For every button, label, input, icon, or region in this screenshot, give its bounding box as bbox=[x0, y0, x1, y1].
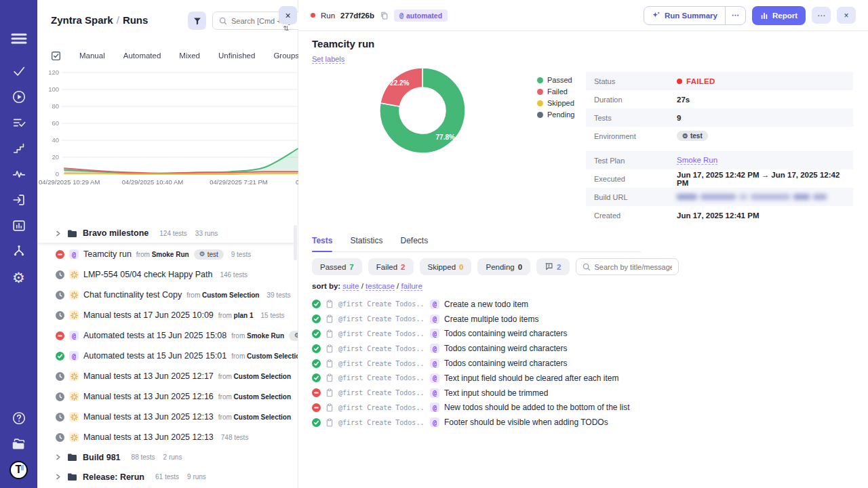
test-row[interactable]: @first Create Todos...@Text input field … bbox=[312, 371, 630, 386]
legend-item-passed[interactable]: Passed bbox=[537, 76, 574, 84]
sparkles-icon bbox=[652, 11, 660, 20]
runs-tab-automated[interactable]: Automated bbox=[123, 52, 161, 60]
milestone-name: Build 981 bbox=[83, 453, 121, 462]
run-row[interactable]: @Automated tests at 15 Jun 2025 15:08fro… bbox=[37, 325, 298, 346]
run-row[interactable]: @Teamcity runfrom Smoke Run⚙test9 tests bbox=[37, 244, 298, 264]
scrollbar-thumb[interactable] bbox=[294, 225, 297, 260]
tests-search-input[interactable] bbox=[595, 263, 672, 271]
milestone-row-build-981[interactable]: Build 98188 tests2 runs bbox=[37, 447, 298, 467]
copy-icon[interactable] bbox=[380, 11, 389, 20]
runs-tab-groups[interactable]: Groups bbox=[273, 52, 299, 60]
milestones-icon[interactable] bbox=[0, 136, 37, 161]
environment-badge: ⚙test bbox=[194, 249, 224, 260]
runs-tab-unfinished[interactable]: Unfinished bbox=[218, 52, 255, 60]
pulse-icon[interactable] bbox=[0, 161, 37, 187]
environment-badge[interactable]: ⚙test bbox=[677, 131, 708, 141]
test-plans-icon[interactable] bbox=[0, 110, 37, 136]
test-title: Todos containing weird characters bbox=[444, 359, 567, 368]
import-icon[interactable] bbox=[0, 187, 37, 213]
chevron-right-icon[interactable] bbox=[54, 473, 62, 481]
clipboard-icon bbox=[326, 329, 334, 338]
detail-row-executed: ExecutedJun 17, 2025 12:42 PM → Jun 17, … bbox=[586, 169, 853, 188]
run-row-title: Manual tests at 13 Jun 2025 12:13 bbox=[83, 432, 214, 442]
close-run-button[interactable]: × bbox=[837, 7, 856, 24]
detail-value: 9 bbox=[677, 114, 681, 122]
filter-failed[interactable]: Failed2 bbox=[368, 258, 414, 275]
panel-close-button[interactable]: × bbox=[279, 6, 297, 24]
sort-option-testcase[interactable]: testcase bbox=[366, 282, 395, 291]
test-row[interactable]: @first Create Todos...@Footer should be … bbox=[312, 415, 630, 430]
run-row[interactable]: Manual tests at 13 Jun 2025 12:13from Cu… bbox=[37, 407, 298, 427]
help-icon[interactable] bbox=[0, 405, 37, 431]
test-row[interactable]: @first Create Todos...@Create a new todo… bbox=[312, 297, 630, 312]
test-status-passed-icon bbox=[312, 344, 321, 353]
test-row[interactable]: @first Create Todos...@New todos should … bbox=[312, 401, 630, 415]
breadcrumb-separator: / bbox=[117, 14, 119, 26]
run-tab-statistics[interactable]: Statistics bbox=[350, 236, 382, 245]
test-plan-link[interactable]: Smoke Run bbox=[677, 156, 717, 165]
manual-icon bbox=[69, 270, 79, 279]
run-row[interactable]: Manual tests at 13 Jun 2025 12:13748 tes… bbox=[37, 427, 298, 447]
run-row[interactable]: Chat functinality test Copyfrom Custom S… bbox=[37, 285, 298, 305]
test-row[interactable]: @first Create Todos...@Todos containing … bbox=[312, 341, 630, 356]
test-suite: @first Create Todos... bbox=[338, 330, 425, 338]
milestone-row-bravo-milestone[interactable]: Bravo milestone124 tests33 runs bbox=[37, 224, 298, 243]
test-suite: @first Create Todos... bbox=[338, 419, 425, 426]
test-title: New todos should be added to the bottom … bbox=[444, 403, 630, 412]
test-row[interactable]: @first Create Todos...@Create multiple t… bbox=[312, 312, 630, 327]
run-row[interactable]: LMP-554 05/04 check Happy Path146 tests bbox=[37, 264, 298, 285]
runs-tab-mixed[interactable]: Mixed bbox=[179, 52, 200, 60]
run-summary-button[interactable]: Run Summary ⋯ bbox=[644, 6, 746, 25]
milestone-row-release-rerun[interactable]: Release: Rerun61 tests9 runs bbox=[37, 467, 298, 487]
chevron-right-icon[interactable] bbox=[54, 230, 62, 237]
run-tab-defects[interactable]: Defects bbox=[400, 236, 428, 245]
filter-skipped[interactable]: Skipped0 bbox=[420, 258, 472, 275]
sidebar-nav: ⚙ bbox=[0, 28, 37, 290]
run-row-title: Manual tests at 13 Jun 2025 12:17 bbox=[83, 371, 214, 381]
filter-passed[interactable]: Passed7 bbox=[312, 258, 362, 275]
sidebar-bottom: T bbox=[0, 405, 37, 483]
run-tab-tests[interactable]: Tests bbox=[312, 236, 332, 245]
filter-comments[interactable]: 2 bbox=[536, 258, 569, 275]
sort-toggle-icon[interactable]: ⇅ bbox=[283, 25, 294, 30]
tests-search[interactable] bbox=[576, 258, 679, 275]
testomat-logo: T bbox=[9, 461, 28, 479]
tests-icon[interactable] bbox=[0, 58, 37, 84]
run-row[interactable]: Manual tests at 13 Jun 2025 12:16from Cu… bbox=[37, 386, 298, 407]
set-labels-link[interactable]: Set labels bbox=[312, 55, 344, 64]
automated-icon: @ bbox=[69, 331, 79, 340]
legend-item-skipped[interactable]: Skipped bbox=[537, 99, 574, 107]
run-row-title: Automated tests at 15 Jun 2025 15:01 bbox=[83, 351, 226, 361]
legend-dot bbox=[537, 77, 543, 83]
branches-icon[interactable] bbox=[0, 239, 37, 264]
projects-icon[interactable] bbox=[0, 431, 37, 457]
select-runs-icon[interactable] bbox=[51, 51, 61, 61]
legend-item-pending[interactable]: Pending bbox=[537, 110, 574, 119]
settings-icon[interactable]: ⚙ bbox=[0, 264, 37, 290]
analytics-icon[interactable] bbox=[0, 213, 37, 239]
filter-pending[interactable]: Pending0 bbox=[477, 258, 530, 275]
sort-option-suite[interactable]: suite bbox=[342, 282, 359, 291]
chevron-right-icon[interactable] bbox=[54, 453, 62, 461]
run-summary-more-button[interactable]: ⋯ bbox=[725, 7, 745, 24]
run-row[interactable]: Manual tests at 17 Jun 2025 10:09from pl… bbox=[37, 305, 298, 325]
runs-tab-manual[interactable]: Manual bbox=[79, 52, 105, 60]
legend-item-failed[interactable]: Failed bbox=[537, 87, 574, 96]
menu-icon[interactable] bbox=[0, 28, 37, 49]
runs-icon[interactable] bbox=[0, 84, 37, 110]
run-row[interactable]: Manual tests at 13 Jun 2025 12:17from Cu… bbox=[37, 366, 298, 386]
breadcrumb-project[interactable]: Zyntra Spark bbox=[51, 14, 113, 26]
test-row[interactable]: @first Create Todos...@Todos containing … bbox=[312, 327, 630, 342]
sort-option-failure[interactable]: failure bbox=[401, 282, 422, 291]
test-row[interactable]: @first Create Todos...@Text input should… bbox=[312, 386, 630, 401]
report-button[interactable]: Report bbox=[752, 6, 806, 25]
run-row[interactable]: @Automated tests at 15 Jun 2025 15:01fro… bbox=[37, 346, 298, 366]
runs-filter-tabs: ManualAutomatedMixedUnfinishedGroups bbox=[51, 46, 298, 65]
filter-button[interactable] bbox=[188, 12, 206, 30]
logo-icon[interactable]: T bbox=[0, 457, 37, 483]
test-row[interactable]: @first Create Todos...@Todos containing … bbox=[312, 356, 630, 371]
status-passed-icon bbox=[56, 352, 64, 361]
detail-label: Duration bbox=[594, 96, 677, 104]
automated-badge[interactable]: @automated bbox=[394, 9, 448, 22]
more-options-button[interactable]: ⋯ bbox=[812, 7, 831, 24]
